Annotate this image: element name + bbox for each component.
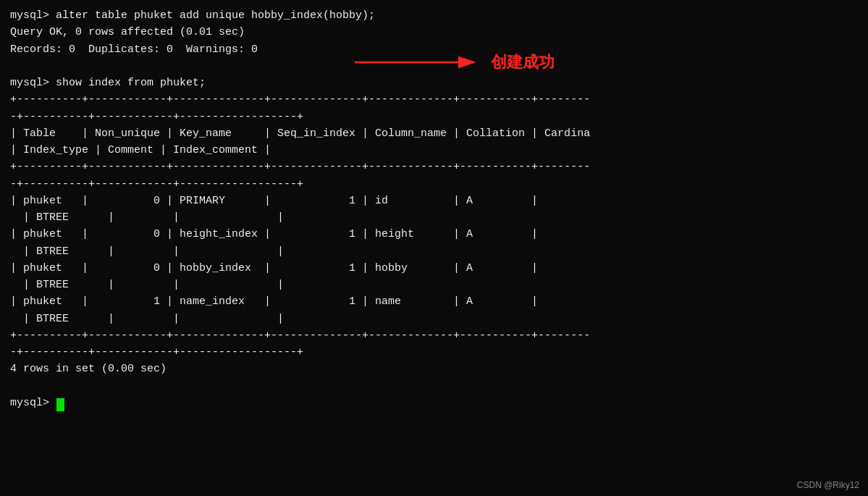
terminal-line-5: mysql> show index from phuket; xyxy=(10,75,858,91)
annotation-arrow-icon xyxy=(355,49,485,75)
terminal-result: 4 rows in set (0.00 sec) xyxy=(10,361,858,377)
terminal-window: mysql> alter table phuket add unique hob… xyxy=(0,0,868,496)
watermark: CSDN @Riky12 xyxy=(797,480,859,490)
annotation-container: 创建成功 xyxy=(355,49,555,75)
terminal-line-2: Query OK, 0 rows affected (0.01 sec) xyxy=(10,24,858,41)
terminal-row-4b: | BTREE | | | xyxy=(10,311,858,327)
terminal-row-1b: | BTREE | | | xyxy=(10,209,858,226)
terminal-separator-5: +----------+------------+--------------+… xyxy=(10,327,858,344)
terminal-row-4a: | phuket | 1 | name_index | 1 | name | A… xyxy=(10,293,858,310)
terminal-row-2b: | BTREE | | | xyxy=(10,243,858,260)
terminal-row-3a: | phuket | 0 | hobby_index | 1 | hobby |… xyxy=(10,260,858,277)
terminal-separator-2: -+----------+------------+--------------… xyxy=(10,109,858,125)
terminal-header-1: | Table | Non_unique | Key_name | Seq_in… xyxy=(10,125,858,142)
terminal-line-empty xyxy=(10,378,858,395)
terminal-header-2: | Index_type | Comment | Index_comment | xyxy=(10,142,858,159)
terminal-separator-1: +----------+------------+--------------+… xyxy=(10,91,858,108)
terminal-cursor xyxy=(56,398,64,411)
terminal-separator-3: +----------+------------+--------------+… xyxy=(10,159,858,175)
terminal-separator-6: -+----------+------------+--------------… xyxy=(10,344,858,361)
terminal-line-1: mysql> alter table phuket add unique hob… xyxy=(10,7,858,24)
annotation-label: 创建成功 xyxy=(491,51,555,73)
terminal-row-1a: | phuket | 0 | PRIMARY | 1 | id | A | xyxy=(10,193,858,209)
terminal-prompt[interactable]: mysql> xyxy=(10,395,858,411)
terminal-row-3b: | BTREE | | | xyxy=(10,277,858,293)
terminal-row-2a: | phuket | 0 | height_index | 1 | height… xyxy=(10,226,858,243)
terminal-separator-4: -+----------+------------+--------------… xyxy=(10,176,858,193)
